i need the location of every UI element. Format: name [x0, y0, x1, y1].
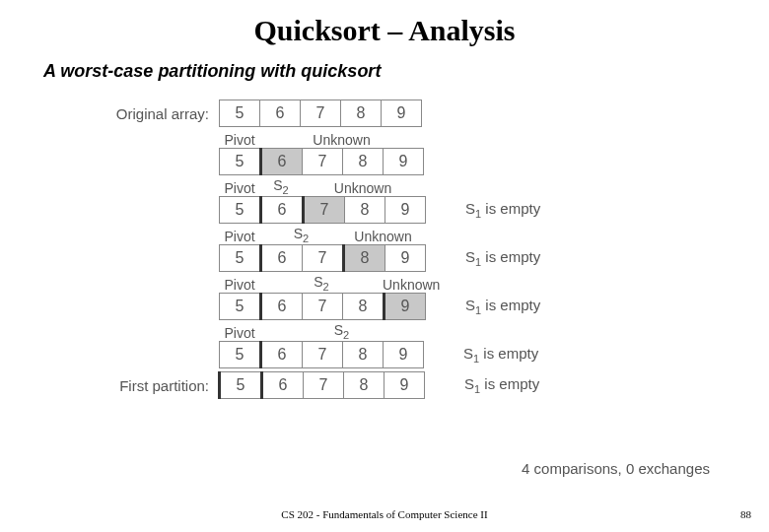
- array-cell: 7: [300, 100, 341, 127]
- array-cell: 5: [220, 371, 261, 399]
- array-cell: 8: [343, 371, 384, 399]
- array-cell: 7: [302, 341, 343, 368]
- region-label: Unknown: [383, 277, 424, 293]
- page-number: 88: [740, 508, 751, 520]
- array-cell: 6: [261, 293, 303, 320]
- partition-divider: [259, 244, 262, 272]
- array-cell: 7: [302, 244, 343, 272]
- array-cell: 8: [340, 100, 382, 127]
- array-cell: 5: [219, 244, 260, 272]
- array-cell: 8: [344, 196, 385, 224]
- region-label: Pivot: [219, 132, 260, 148]
- partition-divider: [259, 341, 262, 368]
- summary-text: 4 comparisons, 0 exchanges: [522, 460, 710, 477]
- array-cell: 6: [261, 244, 303, 272]
- array-cell: 6: [261, 196, 303, 224]
- array-cell: 9: [384, 196, 426, 224]
- array-cell: 7: [302, 293, 343, 320]
- region-label: S2: [260, 226, 342, 244]
- s1-empty-note: S1 is empty: [465, 297, 540, 316]
- s1-empty-note: S1 is empty: [465, 248, 540, 268]
- array-cell: 8: [342, 293, 384, 320]
- partition-divider: [260, 371, 263, 399]
- array-cell: 6: [262, 371, 304, 399]
- partition-diagram: Original array:56789PivotUnknown56789Piv…: [103, 100, 730, 399]
- row-left-label: First partition:: [103, 377, 219, 394]
- array-cell: 5: [219, 196, 260, 224]
- array-cell: 7: [302, 148, 343, 175]
- array-cell: 9: [384, 244, 426, 272]
- array-cell: 9: [384, 293, 426, 320]
- region-label: S2: [260, 274, 383, 293]
- array-cell: 9: [383, 148, 424, 175]
- slide-title: Quicksort – Analysis: [39, 14, 730, 47]
- array-cell: 6: [261, 341, 303, 368]
- array-cell: 5: [219, 341, 260, 368]
- region-label: Pivot: [219, 180, 260, 196]
- array-cell: 9: [381, 100, 422, 127]
- partition-divider: [218, 371, 221, 399]
- slide-subtitle: A worst-case partitioning with quicksort: [43, 61, 730, 82]
- array-cell: 5: [219, 148, 260, 175]
- region-label: Unknown: [342, 229, 424, 244]
- s1-empty-note: S1 is empty: [465, 200, 540, 220]
- region-label: Unknown: [302, 180, 424, 196]
- partition-divider: [342, 244, 345, 272]
- partition-divider: [259, 196, 262, 224]
- array-cell: 7: [304, 196, 345, 224]
- array-cell: 5: [219, 293, 260, 320]
- region-label: S2: [260, 177, 302, 196]
- partition-divider: [302, 196, 305, 224]
- partition-divider: [383, 293, 385, 320]
- partition-divider: [259, 148, 262, 175]
- array-cell: 9: [383, 341, 424, 368]
- region-label: Unknown: [260, 132, 423, 148]
- footer-text: CS 202 - Fundamentals of Computer Scienc…: [0, 508, 769, 520]
- array-cell: 5: [219, 100, 260, 127]
- partition-divider: [259, 293, 262, 320]
- array-cell: 6: [261, 148, 303, 175]
- array-cell: 6: [259, 100, 301, 127]
- s1-empty-note: S1 is empty: [464, 375, 539, 395]
- array-cell: 8: [342, 341, 384, 368]
- s1-empty-note: S1 is empty: [463, 345, 538, 365]
- array-cell: 8: [342, 148, 384, 175]
- array-cell: 8: [344, 244, 385, 272]
- array-cell: 9: [384, 371, 425, 399]
- region-label: Pivot: [219, 277, 260, 293]
- row-left-label: Original array:: [103, 105, 219, 122]
- array-cell: 7: [303, 371, 344, 399]
- region-label: Pivot: [219, 325, 260, 341]
- region-label: S2: [260, 322, 423, 341]
- region-label: Pivot: [219, 229, 260, 244]
